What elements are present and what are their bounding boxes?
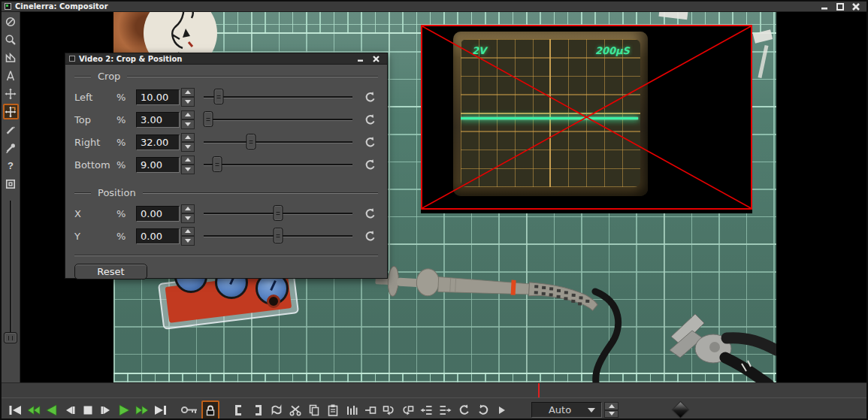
position-x-input[interactable] — [136, 206, 180, 222]
copy-button[interactable] — [305, 400, 322, 420]
undo-button[interactable] — [455, 400, 473, 420]
position-y-input[interactable] — [136, 228, 180, 244]
triangle-down-icon — [185, 145, 191, 149]
slider-handle[interactable] — [274, 205, 283, 221]
stepper-down-button[interactable] — [181, 165, 195, 174]
crop-left-slider[interactable] — [204, 89, 352, 105]
crop-right-slider[interactable] — [204, 134, 352, 150]
next-label-button[interactable] — [399, 400, 416, 420]
stepper-down-button[interactable] — [181, 236, 195, 246]
stepper-up-button[interactable] — [181, 204, 195, 214]
protect-video-button[interactable] — [3, 14, 19, 29]
fast-forward-button[interactable] — [134, 400, 150, 420]
crop-right-input[interactable] — [136, 134, 180, 150]
out-point-button[interactable] — [249, 400, 266, 420]
to-clip-button[interactable] — [268, 400, 285, 420]
stepper-down-button[interactable] — [181, 97, 195, 107]
stepper-down-button[interactable] — [181, 119, 195, 129]
goto-start-button[interactable] — [8, 400, 24, 420]
minimize-icon[interactable] — [820, 2, 829, 11]
mask-button[interactable] — [3, 50, 19, 65]
paste-button[interactable] — [324, 400, 341, 420]
expand-button[interactable] — [493, 400, 510, 420]
crop-top-input[interactable] — [136, 112, 180, 128]
manual-goto-button[interactable] — [361, 400, 379, 420]
camera-button[interactable] — [3, 86, 19, 101]
prev-edit-button[interactable] — [418, 400, 435, 420]
active-mode-button[interactable] — [201, 400, 219, 420]
frame-back-button[interactable] — [62, 400, 78, 420]
reset-icon — [364, 136, 377, 149]
eyedropper-button[interactable] — [3, 140, 19, 156]
crop-left-input[interactable] — [136, 89, 180, 105]
reset-icon — [364, 207, 377, 220]
maximize-icon[interactable] — [836, 2, 845, 11]
generate-keyframes-button[interactable] — [180, 400, 197, 420]
divider — [74, 76, 91, 77]
stepper-up-button[interactable] — [181, 88, 195, 98]
next-edit-button[interactable] — [437, 400, 454, 420]
out-point-icon — [251, 403, 265, 417]
ruler-button[interactable] — [3, 68, 19, 83]
triangle-up-icon — [185, 229, 191, 233]
crop-bottom-slider[interactable] — [204, 156, 352, 173]
prev-label-button[interactable] — [380, 400, 398, 420]
crop-bottom-reset-button[interactable] — [361, 156, 378, 173]
in-point-button[interactable] — [230, 400, 247, 420]
stepper-up-button[interactable] — [604, 402, 618, 410]
position-x-slider[interactable] — [204, 205, 352, 222]
camera-move-icon — [5, 88, 17, 100]
stepper-down-button[interactable] — [604, 410, 618, 418]
frame-forward-button[interactable] — [98, 400, 114, 420]
divider — [74, 192, 91, 194]
crop-tool-button[interactable] — [3, 122, 19, 137]
magnify-button[interactable] — [3, 32, 19, 47]
safe-regions-button[interactable] — [3, 176, 19, 192]
stepper-down-button[interactable] — [181, 142, 195, 152]
slider-handle[interactable] — [246, 134, 256, 150]
play-reverse-button[interactable] — [44, 400, 60, 420]
crop-right-reset-button[interactable] — [361, 134, 378, 150]
position-x-reset-button[interactable] — [361, 205, 378, 222]
slider-track — [204, 96, 352, 98]
dialog-titlebar[interactable]: Video 2: Crop & Position — [65, 53, 387, 65]
goto-end-button[interactable] — [152, 400, 168, 420]
stepper-up-button[interactable] — [181, 156, 195, 165]
window-titlebar[interactable]: Cinelerra: Compositor — [2, 2, 866, 12]
position-y-reset-button[interactable] — [361, 228, 378, 244]
triangle-down-icon — [609, 412, 615, 415]
stepper-down-button[interactable] — [181, 213, 195, 223]
crop-top-slider[interactable] — [204, 111, 352, 128]
position-y-slider[interactable] — [204, 228, 352, 244]
slider-handle[interactable] — [274, 228, 283, 243]
zoom-slider-handle[interactable] — [4, 332, 17, 343]
tool-info-button[interactable]: ? — [3, 158, 19, 174]
projector-button[interactable] — [3, 104, 19, 119]
dialog-close-icon[interactable] — [372, 55, 380, 63]
frame-forward-icon — [99, 405, 113, 415]
stepper-up-button[interactable] — [181, 133, 195, 143]
stop-button[interactable] — [80, 400, 96, 420]
timebar[interactable] — [2, 382, 868, 397]
slider-handle[interactable] — [203, 111, 213, 127]
split-button[interactable] — [286, 400, 304, 420]
crop-top-reset-button[interactable] — [361, 111, 378, 128]
fast-reverse-button[interactable] — [26, 400, 42, 420]
keyframe-diamond-indicator[interactable] — [671, 400, 689, 418]
lock-icon — [205, 404, 216, 416]
stepper-up-button[interactable] — [181, 227, 195, 237]
redo-button[interactable] — [474, 400, 491, 420]
play-button[interactable] — [116, 400, 132, 420]
close-icon[interactable] — [851, 2, 860, 11]
crop-left-reset-button[interactable] — [361, 89, 378, 105]
dialog-minimize-icon[interactable] — [356, 55, 364, 63]
slider-handle[interactable] — [213, 89, 223, 104]
labels-button[interactable] — [343, 400, 360, 420]
reset-button[interactable]: Reset — [74, 264, 147, 279]
crop-bottom-input[interactable] — [136, 157, 180, 173]
playhead[interactable] — [538, 383, 540, 398]
slider-handle[interactable] — [212, 156, 222, 172]
stepper-up-button[interactable] — [181, 110, 195, 120]
crop-right-stepper — [181, 133, 195, 152]
keyframe-curve-dropdown[interactable]: Auto — [531, 402, 602, 418]
